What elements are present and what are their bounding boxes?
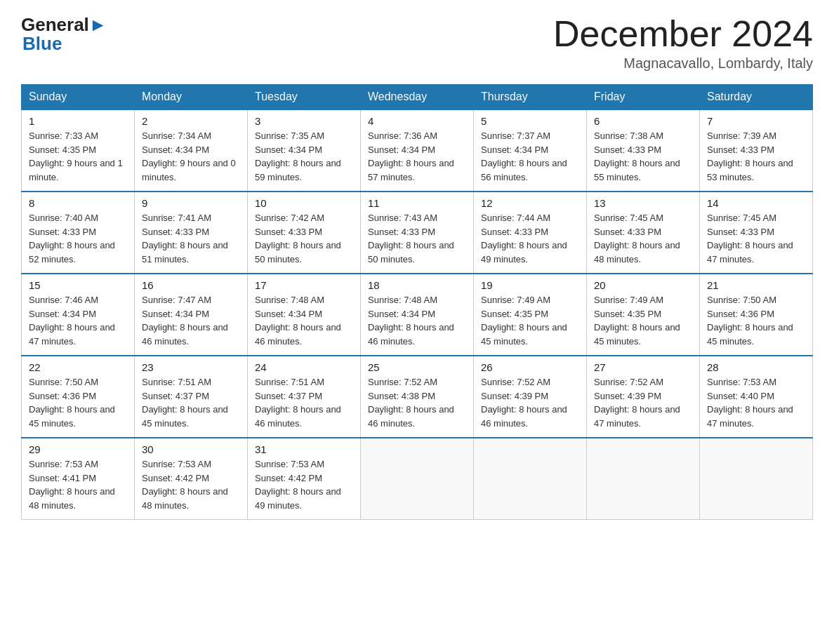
day-info: Sunrise: 7:37 AMSunset: 4:34 PMDaylight:…	[481, 130, 567, 182]
weekday-header-thursday: Thursday	[474, 85, 587, 110]
day-cell-9: 9 Sunrise: 7:41 AMSunset: 4:33 PMDayligh…	[135, 192, 248, 274]
day-info: Sunrise: 7:51 AMSunset: 4:37 PMDaylight:…	[255, 377, 341, 429]
day-info: Sunrise: 7:44 AMSunset: 4:33 PMDaylight:…	[481, 213, 567, 264]
day-info: Sunrise: 7:33 AMSunset: 4:35 PMDaylight:…	[29, 130, 123, 182]
day-number: 12	[481, 197, 579, 209]
day-cell-2: 2 Sunrise: 7:34 AMSunset: 4:34 PMDayligh…	[135, 109, 248, 192]
day-info: Sunrise: 7:49 AMSunset: 4:35 PMDaylight:…	[481, 295, 567, 347]
day-cell-12: 12 Sunrise: 7:44 AMSunset: 4:33 PMDaylig…	[474, 192, 587, 274]
page-header: General ► Blue December 2024 Magnacavall…	[21, 14, 813, 72]
day-number: 7	[707, 115, 805, 127]
day-info: Sunrise: 7:48 AMSunset: 4:34 PMDaylight:…	[368, 295, 454, 347]
day-info: Sunrise: 7:51 AMSunset: 4:37 PMDaylight:…	[142, 377, 228, 429]
day-info: Sunrise: 7:53 AMSunset: 4:42 PMDaylight:…	[255, 459, 341, 511]
day-number: 17	[255, 279, 353, 291]
day-number: 16	[142, 279, 240, 291]
week-row-5: 29 Sunrise: 7:53 AMSunset: 4:41 PMDaylig…	[22, 438, 813, 520]
day-info: Sunrise: 7:52 AMSunset: 4:39 PMDaylight:…	[481, 377, 567, 429]
day-info: Sunrise: 7:47 AMSunset: 4:34 PMDaylight:…	[142, 295, 228, 347]
day-number: 21	[707, 279, 805, 291]
day-info: Sunrise: 7:53 AMSunset: 4:40 PMDaylight:…	[707, 377, 793, 429]
day-cell-4: 4 Sunrise: 7:36 AMSunset: 4:34 PMDayligh…	[361, 109, 474, 192]
day-cell-21: 21 Sunrise: 7:50 AMSunset: 4:36 PMDaylig…	[700, 274, 813, 356]
day-number: 23	[142, 361, 240, 373]
day-cell-31: 31 Sunrise: 7:53 AMSunset: 4:42 PMDaylig…	[248, 438, 361, 520]
day-cell-3: 3 Sunrise: 7:35 AMSunset: 4:34 PMDayligh…	[248, 109, 361, 192]
day-cell-14: 14 Sunrise: 7:45 AMSunset: 4:33 PMDaylig…	[700, 192, 813, 274]
day-info: Sunrise: 7:42 AMSunset: 4:33 PMDaylight:…	[255, 213, 341, 264]
logo: General ► Blue	[21, 14, 107, 55]
day-number: 5	[481, 115, 579, 127]
day-cell-26: 26 Sunrise: 7:52 AMSunset: 4:39 PMDaylig…	[474, 356, 587, 438]
day-number: 15	[29, 279, 127, 291]
day-info: Sunrise: 7:53 AMSunset: 4:41 PMDaylight:…	[29, 459, 115, 511]
day-number: 10	[255, 197, 353, 209]
day-cell-16: 16 Sunrise: 7:47 AMSunset: 4:34 PMDaylig…	[135, 274, 248, 356]
empty-cell-4-5	[587, 438, 700, 520]
logo-blue-text: ►	[89, 14, 107, 36]
day-number: 13	[594, 197, 692, 209]
day-number: 18	[368, 279, 466, 291]
day-number: 19	[481, 279, 579, 291]
day-info: Sunrise: 7:39 AMSunset: 4:33 PMDaylight:…	[707, 130, 793, 182]
day-info: Sunrise: 7:35 AMSunset: 4:34 PMDaylight:…	[255, 130, 341, 182]
day-info: Sunrise: 7:53 AMSunset: 4:42 PMDaylight:…	[142, 459, 228, 511]
day-number: 28	[707, 361, 805, 373]
day-cell-27: 27 Sunrise: 7:52 AMSunset: 4:39 PMDaylig…	[587, 356, 700, 438]
weekday-header-monday: Monday	[135, 85, 248, 110]
day-cell-24: 24 Sunrise: 7:51 AMSunset: 4:37 PMDaylig…	[248, 356, 361, 438]
month-title: December 2024	[553, 14, 813, 54]
day-info: Sunrise: 7:34 AMSunset: 4:34 PMDaylight:…	[142, 130, 236, 182]
weekday-header-wednesday: Wednesday	[361, 85, 474, 110]
day-number: 1	[29, 115, 127, 127]
day-number: 30	[142, 443, 240, 455]
day-info: Sunrise: 7:52 AMSunset: 4:39 PMDaylight:…	[594, 377, 680, 429]
day-cell-13: 13 Sunrise: 7:45 AMSunset: 4:33 PMDaylig…	[587, 192, 700, 274]
week-row-2: 8 Sunrise: 7:40 AMSunset: 4:33 PMDayligh…	[22, 192, 813, 274]
empty-cell-4-4	[474, 438, 587, 520]
day-info: Sunrise: 7:50 AMSunset: 4:36 PMDaylight:…	[707, 295, 793, 347]
day-cell-19: 19 Sunrise: 7:49 AMSunset: 4:35 PMDaylig…	[474, 274, 587, 356]
day-cell-17: 17 Sunrise: 7:48 AMSunset: 4:34 PMDaylig…	[248, 274, 361, 356]
day-number: 31	[255, 443, 353, 455]
day-cell-29: 29 Sunrise: 7:53 AMSunset: 4:41 PMDaylig…	[22, 438, 135, 520]
day-cell-5: 5 Sunrise: 7:37 AMSunset: 4:34 PMDayligh…	[474, 109, 587, 192]
week-row-3: 15 Sunrise: 7:46 AMSunset: 4:34 PMDaylig…	[22, 274, 813, 356]
day-cell-7: 7 Sunrise: 7:39 AMSunset: 4:33 PMDayligh…	[700, 109, 813, 192]
day-number: 3	[255, 115, 353, 127]
day-number: 2	[142, 115, 240, 127]
day-info: Sunrise: 7:48 AMSunset: 4:34 PMDaylight:…	[255, 295, 341, 347]
day-info: Sunrise: 7:36 AMSunset: 4:34 PMDaylight:…	[368, 130, 454, 182]
day-number: 26	[481, 361, 579, 373]
day-info: Sunrise: 7:46 AMSunset: 4:34 PMDaylight:…	[29, 295, 115, 347]
day-number: 22	[29, 361, 127, 373]
day-info: Sunrise: 7:45 AMSunset: 4:33 PMDaylight:…	[594, 213, 680, 264]
week-row-1: 1 Sunrise: 7:33 AMSunset: 4:35 PMDayligh…	[22, 109, 813, 192]
day-number: 20	[594, 279, 692, 291]
day-cell-6: 6 Sunrise: 7:38 AMSunset: 4:33 PMDayligh…	[587, 109, 700, 192]
logo-blue-word: Blue	[22, 33, 62, 55]
weekday-header-saturday: Saturday	[700, 85, 813, 110]
empty-cell-4-3	[361, 438, 474, 520]
weekday-header-friday: Friday	[587, 85, 700, 110]
day-number: 25	[368, 361, 466, 373]
title-block: December 2024 Magnacavallo, Lombardy, It…	[553, 14, 813, 72]
day-number: 8	[29, 197, 127, 209]
day-cell-22: 22 Sunrise: 7:50 AMSunset: 4:36 PMDaylig…	[22, 356, 135, 438]
day-cell-23: 23 Sunrise: 7:51 AMSunset: 4:37 PMDaylig…	[135, 356, 248, 438]
weekday-header-tuesday: Tuesday	[248, 85, 361, 110]
day-number: 9	[142, 197, 240, 209]
calendar-table: SundayMondayTuesdayWednesdayThursdayFrid…	[21, 84, 813, 520]
location: Magnacavallo, Lombardy, Italy	[553, 55, 813, 72]
day-number: 27	[594, 361, 692, 373]
day-number: 24	[255, 361, 353, 373]
weekday-header-row: SundayMondayTuesdayWednesdayThursdayFrid…	[22, 85, 813, 110]
day-info: Sunrise: 7:43 AMSunset: 4:33 PMDaylight:…	[368, 213, 454, 264]
day-number: 29	[29, 443, 127, 455]
day-cell-20: 20 Sunrise: 7:49 AMSunset: 4:35 PMDaylig…	[587, 274, 700, 356]
day-info: Sunrise: 7:41 AMSunset: 4:33 PMDaylight:…	[142, 213, 228, 264]
day-info: Sunrise: 7:52 AMSunset: 4:38 PMDaylight:…	[368, 377, 454, 429]
day-info: Sunrise: 7:49 AMSunset: 4:35 PMDaylight:…	[594, 295, 680, 347]
day-cell-15: 15 Sunrise: 7:46 AMSunset: 4:34 PMDaylig…	[22, 274, 135, 356]
day-info: Sunrise: 7:50 AMSunset: 4:36 PMDaylight:…	[29, 377, 115, 429]
